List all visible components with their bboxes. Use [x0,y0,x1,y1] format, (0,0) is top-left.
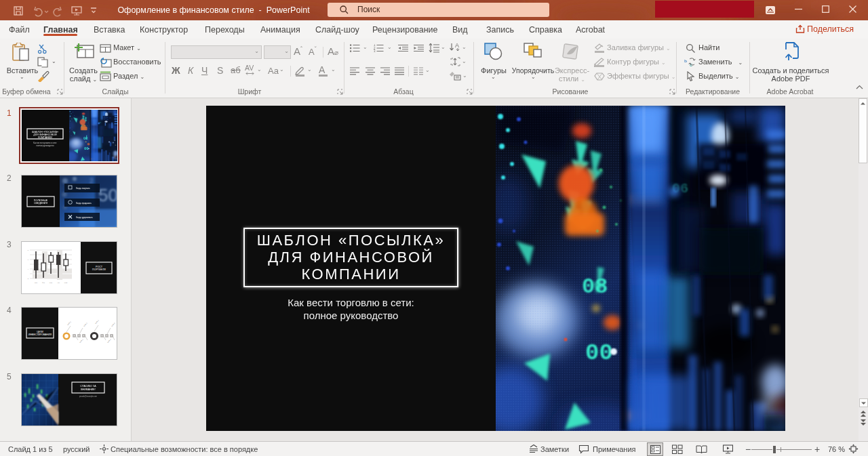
svg-text:Когда покупать: Когда покупать [76,187,90,190]
svg-text:РОСТ: РОСТ [96,266,103,268]
svg-text:3: 3 [374,49,376,52]
svg-text:ВНИМАНИЕ!: ВНИМАНИЕ! [81,388,96,391]
svg-text:ПОРТФЕЛЯ: ПОРТФЕЛЯ [92,268,106,271]
svg-text:СПАСИБО ЗА: СПАСИБО ЗА [80,385,96,388]
svg-text:ь: ь [684,58,687,64]
svg-text:AV: AV [245,64,254,72]
svg-text:СВЕДЕНИЯ: СВЕДЕНИЯ [34,202,47,205]
svg-text:ЦЕЛИ: ЦЕЛИ [37,331,43,333]
svg-text:pravda@example.com: pravda@example.com [79,395,97,398]
svg-text:полное руководство: полное руководство [36,144,54,147]
svg-text:Когда продавать: Когда продавать [76,202,92,205]
svg-text:Когда удерживать: Когда удерживать [76,216,93,219]
svg-text:A: A [455,43,459,49]
svg-text:КОМПАНИИ: КОМПАНИИ [38,136,52,139]
svg-text:Май: Май [64,282,68,283]
svg-text:ИНВЕСТИРОВАНИЯ: ИНВЕСТИРОВАНИЯ [28,333,52,336]
svg-text:ПОЛЕЗНЫЕ: ПОЛЕЗНЫЕ [34,199,48,202]
svg-text:50: 50 [98,185,117,205]
